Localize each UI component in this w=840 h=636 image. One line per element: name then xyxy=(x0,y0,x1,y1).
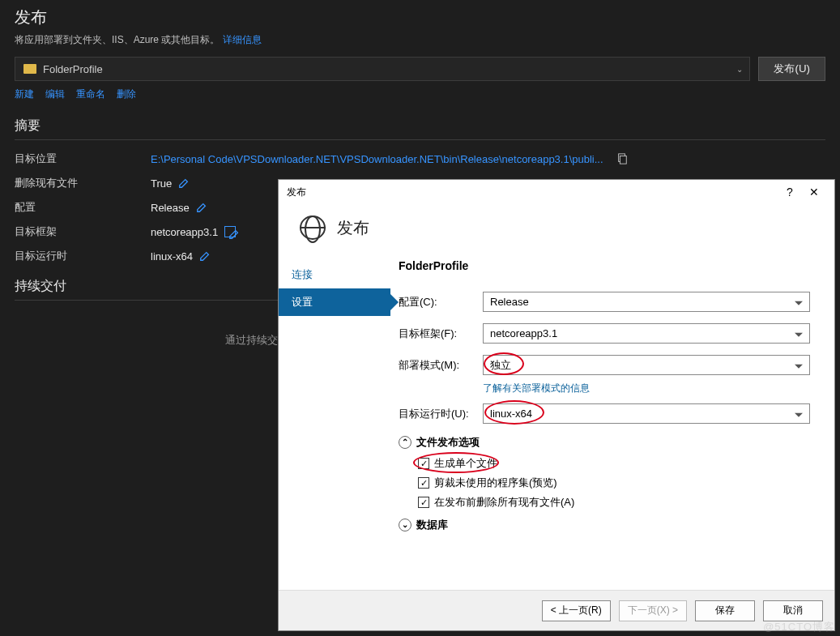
publish-dialog: 发布 ? ✕ 发布 连接 设置 FolderProfile 配置(C): Rel… xyxy=(278,179,835,631)
pencil-icon[interactable] xyxy=(178,177,190,189)
cancel-button[interactable]: 取消 xyxy=(763,600,823,621)
target-location-label: 目标位置 xyxy=(15,152,151,166)
file-options-header: 文件发布选项 xyxy=(416,435,480,450)
close-icon[interactable]: ✕ xyxy=(802,186,826,198)
profile-select[interactable]: FolderProfile ⌄ xyxy=(15,57,750,81)
next-button: 下一页(X) > xyxy=(619,600,687,621)
prev-button[interactable]: < 上一页(R) xyxy=(542,600,611,621)
config-select-value: Release xyxy=(490,296,529,308)
framework-select[interactable]: netcoreapp3.1 xyxy=(483,323,810,344)
deploy-select-value: 独立 xyxy=(490,358,511,373)
svg-rect-1 xyxy=(620,156,626,164)
selected-profile: FolderProfile xyxy=(43,63,103,75)
chevron-down-icon: ⌄ xyxy=(736,65,743,74)
pencil-icon[interactable] xyxy=(196,202,207,213)
runtime-select[interactable]: linux-x64 xyxy=(483,403,810,424)
framework-label: 目标框架 xyxy=(15,224,151,239)
sidebar-item-settings[interactable]: 设置 xyxy=(279,288,390,316)
runtime-select-value: linux-x64 xyxy=(490,408,532,420)
collapse-icon[interactable]: ⌃ xyxy=(399,436,411,449)
delete-existing-value: True xyxy=(151,177,172,190)
divider xyxy=(15,139,825,140)
copy-icon[interactable] xyxy=(616,153,628,164)
sidebar-item-connect[interactable]: 连接 xyxy=(279,261,390,288)
framework-value: netcoreapp3.1 xyxy=(151,226,218,238)
more-info-link[interactable]: 详细信息 xyxy=(223,34,262,45)
framework-label-d: 目标框架(F): xyxy=(399,327,483,341)
edit-link[interactable]: 编辑 xyxy=(45,88,65,101)
publish-button[interactable]: 发布(U) xyxy=(758,57,825,81)
dialog-heading: 发布 xyxy=(337,217,369,239)
summary-heading: 摘要 xyxy=(15,117,840,134)
delete-existing-label: 删除现有文件 xyxy=(15,176,151,190)
config-label-d: 配置(C): xyxy=(399,295,483,309)
highlight-ring xyxy=(413,452,499,473)
deploy-info-link[interactable]: 了解有关部署模式的信息 xyxy=(483,382,810,395)
delete-before-checkbox[interactable]: ✓ xyxy=(418,497,429,508)
runtime-label-d: 目标运行时(U): xyxy=(399,407,483,421)
expand-icon[interactable]: ⌄ xyxy=(399,519,411,531)
trim-label: 剪裁未使用的程序集(预览) xyxy=(434,476,557,490)
folder-icon xyxy=(23,64,36,74)
config-label: 配置 xyxy=(15,200,151,215)
runtime-value: linux-x64 xyxy=(151,250,193,263)
new-link[interactable]: 新建 xyxy=(15,88,34,101)
page-subtitle: 将应用部署到文件夹、IIS、Azure 或其他目标。 详细信息 xyxy=(15,33,840,47)
framework-select-value: netcoreapp3.1 xyxy=(490,327,557,339)
trim-checkbox[interactable]: ✓ xyxy=(418,477,429,489)
config-value: Release xyxy=(151,202,190,214)
delete-before-label: 在发布前删除所有现有文件(A) xyxy=(434,495,574,510)
pencil-icon[interactable] xyxy=(224,226,236,237)
deploy-label: 部署模式(M): xyxy=(399,358,483,373)
save-button[interactable]: 保存 xyxy=(695,600,755,621)
database-header: 数据库 xyxy=(416,518,448,532)
target-location-value[interactable]: E:\Personal Code\VPSDownloader.NET\VPSDo… xyxy=(151,153,603,165)
page-title: 发布 xyxy=(15,6,840,28)
runtime-label: 目标运行时 xyxy=(15,249,151,263)
watermark: @51CTO博客 xyxy=(763,620,835,634)
rename-link[interactable]: 重命名 xyxy=(76,88,105,101)
dialog-title: 发布 xyxy=(287,186,306,199)
profile-name: FolderProfile xyxy=(399,259,810,272)
delete-link[interactable]: 删除 xyxy=(117,88,136,101)
deploy-select[interactable]: 独立 xyxy=(483,355,810,375)
dialog-titlebar: 发布 ? ✕ xyxy=(279,180,834,204)
globe-icon xyxy=(300,216,326,240)
pencil-icon[interactable] xyxy=(199,250,211,262)
subtitle-text: 将应用部署到文件夹、IIS、Azure 或其他目标。 xyxy=(15,34,223,45)
config-select[interactable]: Release xyxy=(483,292,810,312)
help-button[interactable]: ? xyxy=(778,186,802,198)
